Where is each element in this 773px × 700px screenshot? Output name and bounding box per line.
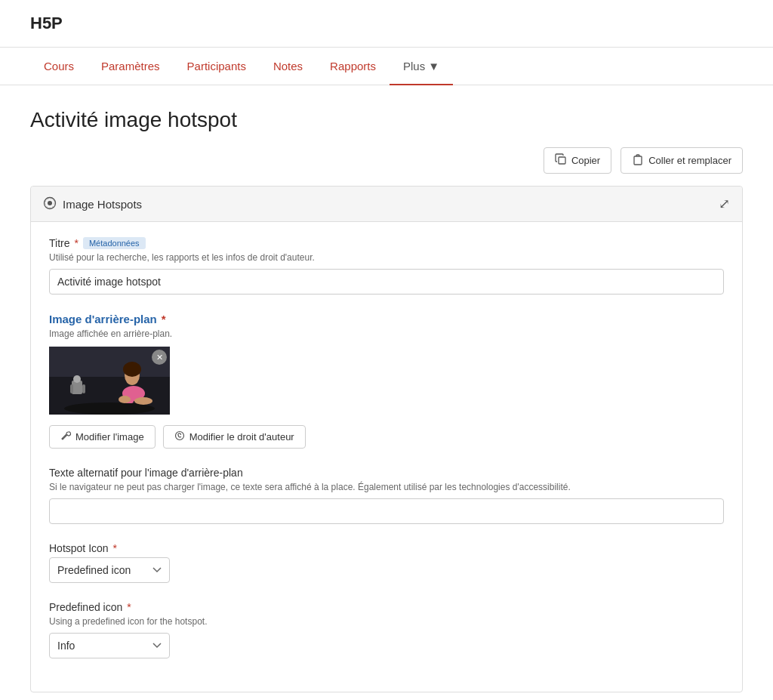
toolbar: Copier Coller et remplacer [30, 147, 743, 174]
hotspot-icon-required: * [113, 542, 117, 554]
page-title: Activité image hotspot [30, 108, 743, 132]
paste-icon [632, 153, 644, 168]
background-image-field-group: Image d'arrière-plan * Image affichée en… [49, 313, 724, 449]
titre-hint: Utilisé pour la recherche, les rapports … [49, 252, 724, 263]
nav-item-rapports[interactable]: Rapports [316, 48, 390, 85]
nav-item-notes[interactable]: Notes [260, 48, 316, 85]
copyright-icon [174, 430, 185, 443]
panel-title: Image Hotspots [43, 196, 142, 212]
expand-icon[interactable]: ⤢ [719, 196, 730, 212]
predefined-icon-label: Predefined icon * [49, 601, 724, 613]
predefined-icon-hint: Using a predefined icon for the hotspot. [49, 616, 724, 627]
content-panel: Image Hotspots ⤢ Titre * Métadonnées Uti… [30, 186, 743, 692]
svg-rect-9 [73, 375, 81, 383]
hotspot-icon [43, 196, 57, 212]
svg-point-3 [48, 201, 52, 205]
copy-button[interactable]: Copier [544, 147, 611, 174]
svg-rect-10 [70, 384, 73, 393]
svg-rect-0 [559, 157, 565, 164]
chevron-down-icon: ▼ [428, 60, 439, 72]
modify-rights-button[interactable]: Modifier le droit d'auteur [163, 425, 306, 449]
metadata-badge: Métadonnées [83, 237, 146, 249]
image-buttons: Modifier l'image Modifier le droit d'aut… [49, 425, 724, 449]
background-image-required: * [162, 313, 166, 325]
modify-image-button[interactable]: Modifier l'image [49, 425, 156, 449]
nav-item-plus[interactable]: Plus ▼ [390, 48, 453, 85]
predefined-icon-select[interactable]: Info Question Custom [49, 633, 170, 658]
background-image-label: Image d'arrière-plan * [49, 313, 724, 325]
panel-header: Image Hotspots ⤢ [31, 187, 742, 222]
titre-input[interactable] [49, 269, 724, 294]
alt-text-input[interactable] [49, 498, 724, 524]
titre-required: * [74, 237, 78, 249]
image-preview-container: ✕ [49, 347, 170, 415]
nav-item-parametres[interactable]: Paramètres [88, 48, 174, 85]
alt-text-field-group: Texte alternatif pour l'image d'arrière-… [49, 467, 724, 524]
wrench-icon [60, 430, 71, 443]
titre-label: Titre * Métadonnées [49, 237, 724, 249]
alt-text-hint: Si le navigateur ne peut pas charger l'i… [49, 482, 724, 492]
main-nav: Cours Paramètres Participants Notes Rapp… [0, 48, 773, 85]
svg-point-18 [175, 432, 183, 440]
header: H5P [0, 0, 773, 48]
svg-rect-11 [82, 384, 85, 393]
alt-text-label: Texte alternatif pour l'image d'arrière-… [49, 467, 724, 479]
svg-point-17 [119, 396, 131, 403]
nav-item-cours[interactable]: Cours [30, 48, 88, 85]
svg-point-16 [134, 397, 152, 405]
hotspot-icon-field-group: Hotspot Icon * Predefined icon Custom ic… [49, 542, 724, 583]
copy-icon [555, 153, 567, 168]
predefined-icon-required: * [127, 601, 131, 613]
svg-rect-1 [634, 156, 642, 165]
svg-point-13 [123, 362, 141, 377]
background-image-hint: Image affichée en arrière-plan. [49, 328, 724, 339]
titre-field-group: Titre * Métadonnées Utilisé pour la rech… [49, 237, 724, 294]
image-remove-button[interactable]: ✕ [152, 350, 167, 365]
page-content: Activité image hotspot Copier Coller et … [0, 85, 773, 700]
panel-body: Titre * Métadonnées Utilisé pour la rech… [31, 222, 742, 692]
paste-button[interactable]: Coller et remplacer [621, 147, 743, 174]
logo: H5P [30, 14, 743, 33]
hotspot-icon-label: Hotspot Icon * [49, 542, 724, 554]
nav-item-participants[interactable]: Participants [174, 48, 260, 85]
predefined-icon-field-group: Predefined icon * Using a predefined ico… [49, 601, 724, 658]
hotspot-icon-select[interactable]: Predefined icon Custom icon [49, 557, 170, 583]
